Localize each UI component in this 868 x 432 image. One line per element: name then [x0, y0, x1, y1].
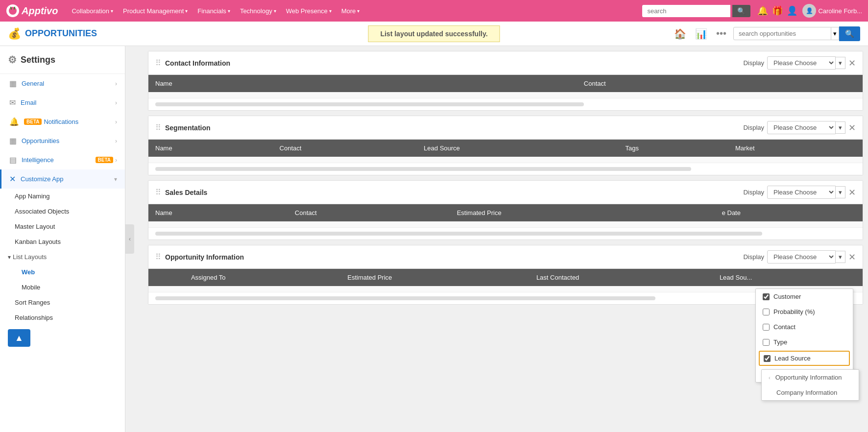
chart-icon[interactable]: 📊: [693, 26, 709, 42]
bell-icon: 🔔: [9, 117, 19, 126]
sidebar-sub-web[interactable]: Web: [0, 264, 125, 280]
toast-message: List layout updated successfully.: [368, 25, 500, 42]
popup-item-customer[interactable]: Customer: [756, 289, 853, 304]
col-estimated-price: Estimated Price: [450, 204, 715, 221]
general-icon: ▦: [9, 79, 17, 88]
chevron-right-icon: ›: [115, 80, 117, 87]
dropdown-item-company-information[interactable]: Company Information: [762, 385, 859, 400]
scroll-row: [148, 228, 863, 240]
chevron-down-icon: ▾: [274, 8, 276, 14]
checkbox-type[interactable]: [763, 339, 770, 346]
popup-item-contact[interactable]: Contact: [756, 319, 853, 335]
search-dropdown-arrow[interactable]: ▾: [831, 27, 839, 40]
home-icon[interactable]: 🏠: [672, 26, 688, 42]
section-close-button[interactable]: ✕: [848, 122, 856, 133]
sidebar-item-email[interactable]: ✉ Email ›: [0, 93, 125, 112]
section-display-dropdown-arrow[interactable]: ▾: [836, 186, 845, 198]
sidebar-sub-relationships[interactable]: Relationships: [0, 310, 125, 325]
section-sales-details-display-dropdown[interactable]: Please Choose: [767, 186, 836, 199]
sidebar-sub-app-naming[interactable]: App Naming: [0, 189, 125, 204]
checkbox-lead-source[interactable]: [764, 355, 771, 362]
popup-item-lead-source[interactable]: Lead Source: [759, 351, 850, 366]
display-label: Display: [743, 59, 764, 67]
sidebar-sub-mobile[interactable]: Mobile: [0, 280, 125, 295]
chevron-right-icon: ›: [115, 157, 117, 164]
sidebar-collapse-handle[interactable]: ‹: [125, 224, 134, 254]
section-segmentation-display-dropdown[interactable]: Please Choose: [767, 121, 836, 134]
section-opportunity-info-display-dropdown[interactable]: Please Choose: [767, 250, 836, 264]
sidebar-sub-master-layout[interactable]: Master Layout: [0, 219, 125, 234]
user-info[interactable]: 👤 Caroline Forb...: [802, 4, 862, 18]
nav-technology[interactable]: Technology ▾: [236, 5, 280, 17]
logo-icon: [6, 4, 20, 18]
checkbox-contact[interactable]: [763, 324, 770, 331]
sidebar-item-label: Notifications: [44, 118, 115, 125]
popup-item-probability[interactable]: Probability (%): [756, 304, 853, 319]
notification-bell-icon[interactable]: 🔔: [757, 5, 768, 16]
customize-icon: ✕: [9, 174, 16, 184]
section-close-button[interactable]: ✕: [848, 187, 856, 198]
col-contact: Contact: [577, 75, 863, 92]
popup-item-label: Customer: [773, 293, 801, 300]
section-close-button[interactable]: ✕: [848, 58, 856, 69]
search-opportunities-input[interactable]: [733, 27, 831, 40]
arrow-icon: ‹: [769, 375, 771, 381]
search-opportunities-button[interactable]: 🔍: [839, 26, 860, 41]
section-display-dropdown-arrow[interactable]: ▾: [836, 251, 845, 263]
section-contact-info-display-dropdown[interactable]: Please Choose: [767, 56, 836, 70]
sidebar-item-notifications[interactable]: 🔔 BETA Notifications ›: [0, 112, 125, 131]
dropdown-item-label: Company Information: [776, 389, 837, 396]
app-title: 💰 OPPORTUNITIES: [8, 27, 97, 40]
logo[interactable]: Apptivo: [6, 4, 58, 18]
checkbox-probability[interactable]: [763, 309, 770, 315]
sidebar-item-customize-app[interactable]: ✕ Customize App ▾: [0, 169, 125, 189]
section-display-dropdown-arrow[interactable]: ▾: [836, 121, 845, 134]
col-lead-source: Lead Source: [417, 140, 619, 157]
sidebar-sub-associated-objects[interactable]: Associated Objects: [0, 204, 125, 219]
global-search-input[interactable]: [642, 5, 730, 17]
sidebar-item-opportunities[interactable]: ▦ Opportunities ›: [0, 131, 125, 150]
section-display-dropdown-arrow[interactable]: ▾: [836, 57, 845, 69]
chevron-down-icon: ▾: [228, 8, 230, 14]
sidebar-sub-list-layouts[interactable]: ▾ List Layouts: [0, 249, 125, 264]
nav-financials[interactable]: Financials ▾: [193, 5, 234, 17]
nav-more[interactable]: More ▾: [338, 5, 364, 17]
person-icon[interactable]: 👤: [787, 5, 797, 16]
nav-web-presence[interactable]: Web Presence ▾: [282, 5, 336, 17]
dropdown-item-opportunity-information[interactable]: ‹ Opportunity Information: [762, 370, 859, 385]
sidebar-sub-kanban-layouts[interactable]: Kanban Layouts: [0, 234, 125, 249]
chevron-down-icon: ▾: [185, 8, 188, 14]
popup-item-label: Contact: [773, 323, 796, 331]
popup-item-type[interactable]: Type: [756, 335, 853, 350]
app-title-icon: 💰: [8, 27, 21, 40]
section-select-dropdown: ‹ Opportunity Information Company Inform…: [761, 369, 859, 401]
more-options-icon[interactable]: •••: [714, 26, 728, 41]
section-sales-details-header: ⠿ Sales Details Display Please Choose ▾ …: [148, 181, 863, 204]
section-sales-details: ⠿ Sales Details Display Please Choose ▾ …: [148, 180, 863, 240]
table-row: [148, 157, 863, 163]
chevron-down-icon: ▾: [111, 8, 113, 14]
gift-icon[interactable]: 🎁: [772, 5, 783, 16]
col-estimated-price: Estimated Price: [340, 269, 530, 286]
drag-handle-icon: ⠿: [155, 252, 161, 262]
col-contact: Contact: [288, 204, 450, 221]
section-segmentation-title: Segmentation: [165, 124, 743, 132]
col-name: Name: [148, 75, 577, 92]
svg-point-1: [9, 7, 17, 15]
avatar: 👤: [802, 4, 816, 18]
sidebar-sub-sort-ranges[interactable]: Sort Ranges: [0, 295, 125, 310]
col-date: e Date: [715, 204, 863, 221]
checkbox-customer[interactable]: [763, 293, 770, 300]
nav-collaboration[interactable]: Collaboration ▾: [68, 5, 117, 17]
scroll-top-button[interactable]: ▲: [8, 329, 30, 347]
nav-product-management[interactable]: Product Management ▾: [119, 5, 192, 17]
chevron-down-icon: ▾: [329, 8, 332, 14]
sidebar-item-intelligence[interactable]: ▤ Intelligence BETA ›: [0, 150, 125, 169]
chevron-down-icon: ▾: [114, 176, 117, 183]
section-contact-info-header: ⠿ Contact Information Display Please Cho…: [148, 51, 863, 75]
sidebar-item-general[interactable]: ▦ General ›: [0, 74, 125, 93]
column-selection-popup: Customer Probability (%) Contact Type Le…: [755, 288, 853, 383]
nav-icon-group: 🔔 🎁 👤: [757, 5, 797, 16]
section-close-button[interactable]: ✕: [848, 252, 856, 263]
global-search-button[interactable]: 🔍: [732, 5, 750, 17]
